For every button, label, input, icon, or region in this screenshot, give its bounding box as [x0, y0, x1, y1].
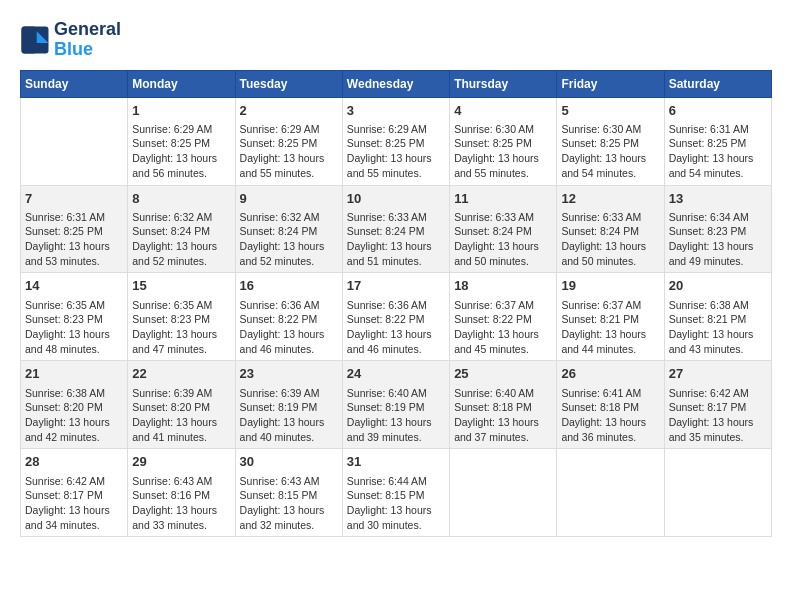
day-number: 31 — [347, 453, 445, 471]
col-header-monday: Monday — [128, 70, 235, 97]
day-info: Sunrise: 6:34 AMSunset: 8:23 PMDaylight:… — [669, 210, 767, 269]
calendar-cell: 31Sunrise: 6:44 AMSunset: 8:15 PMDayligh… — [342, 449, 449, 537]
day-info: Sunrise: 6:36 AMSunset: 8:22 PMDaylight:… — [347, 298, 445, 357]
calendar-cell: 12Sunrise: 6:33 AMSunset: 8:24 PMDayligh… — [557, 185, 664, 273]
calendar-cell: 5Sunrise: 6:30 AMSunset: 8:25 PMDaylight… — [557, 97, 664, 185]
day-info: Sunrise: 6:39 AMSunset: 8:20 PMDaylight:… — [132, 386, 230, 445]
logo: General Blue — [20, 20, 121, 60]
svg-rect-2 — [22, 26, 37, 53]
day-number: 30 — [240, 453, 338, 471]
calendar-cell: 13Sunrise: 6:34 AMSunset: 8:23 PMDayligh… — [664, 185, 771, 273]
day-number: 6 — [669, 102, 767, 120]
calendar-cell: 26Sunrise: 6:41 AMSunset: 8:18 PMDayligh… — [557, 361, 664, 449]
logo-name: General Blue — [54, 20, 121, 60]
calendar-cell — [21, 97, 128, 185]
day-number: 13 — [669, 190, 767, 208]
day-number: 27 — [669, 365, 767, 383]
day-info: Sunrise: 6:36 AMSunset: 8:22 PMDaylight:… — [240, 298, 338, 357]
calendar-cell: 11Sunrise: 6:33 AMSunset: 8:24 PMDayligh… — [450, 185, 557, 273]
calendar-cell: 18Sunrise: 6:37 AMSunset: 8:22 PMDayligh… — [450, 273, 557, 361]
day-info: Sunrise: 6:42 AMSunset: 8:17 PMDaylight:… — [669, 386, 767, 445]
calendar-header-row: SundayMondayTuesdayWednesdayThursdayFrid… — [21, 70, 772, 97]
day-info: Sunrise: 6:30 AMSunset: 8:25 PMDaylight:… — [561, 122, 659, 181]
calendar-body: 1Sunrise: 6:29 AMSunset: 8:25 PMDaylight… — [21, 97, 772, 537]
calendar-cell: 9Sunrise: 6:32 AMSunset: 8:24 PMDaylight… — [235, 185, 342, 273]
day-info: Sunrise: 6:29 AMSunset: 8:25 PMDaylight:… — [132, 122, 230, 181]
calendar-cell — [664, 449, 771, 537]
day-number: 28 — [25, 453, 123, 471]
calendar-cell: 2Sunrise: 6:29 AMSunset: 8:25 PMDaylight… — [235, 97, 342, 185]
week-row-4: 21Sunrise: 6:38 AMSunset: 8:20 PMDayligh… — [21, 361, 772, 449]
calendar-cell: 15Sunrise: 6:35 AMSunset: 8:23 PMDayligh… — [128, 273, 235, 361]
day-info: Sunrise: 6:29 AMSunset: 8:25 PMDaylight:… — [347, 122, 445, 181]
day-number: 1 — [132, 102, 230, 120]
col-header-friday: Friday — [557, 70, 664, 97]
day-info: Sunrise: 6:37 AMSunset: 8:21 PMDaylight:… — [561, 298, 659, 357]
day-info: Sunrise: 6:43 AMSunset: 8:16 PMDaylight:… — [132, 474, 230, 533]
day-number: 2 — [240, 102, 338, 120]
calendar-cell: 4Sunrise: 6:30 AMSunset: 8:25 PMDaylight… — [450, 97, 557, 185]
calendar-cell: 29Sunrise: 6:43 AMSunset: 8:16 PMDayligh… — [128, 449, 235, 537]
calendar-cell — [557, 449, 664, 537]
day-number: 15 — [132, 277, 230, 295]
day-info: Sunrise: 6:35 AMSunset: 8:23 PMDaylight:… — [25, 298, 123, 357]
day-number: 7 — [25, 190, 123, 208]
calendar-table: SundayMondayTuesdayWednesdayThursdayFrid… — [20, 70, 772, 538]
day-info: Sunrise: 6:42 AMSunset: 8:17 PMDaylight:… — [25, 474, 123, 533]
day-info: Sunrise: 6:32 AMSunset: 8:24 PMDaylight:… — [132, 210, 230, 269]
day-info: Sunrise: 6:38 AMSunset: 8:21 PMDaylight:… — [669, 298, 767, 357]
day-number: 12 — [561, 190, 659, 208]
day-number: 16 — [240, 277, 338, 295]
day-number: 24 — [347, 365, 445, 383]
day-number: 4 — [454, 102, 552, 120]
logo-icon — [20, 25, 50, 55]
day-info: Sunrise: 6:40 AMSunset: 8:18 PMDaylight:… — [454, 386, 552, 445]
day-number: 17 — [347, 277, 445, 295]
calendar-cell: 17Sunrise: 6:36 AMSunset: 8:22 PMDayligh… — [342, 273, 449, 361]
day-info: Sunrise: 6:35 AMSunset: 8:23 PMDaylight:… — [132, 298, 230, 357]
calendar-cell: 7Sunrise: 6:31 AMSunset: 8:25 PMDaylight… — [21, 185, 128, 273]
page-header: General Blue — [20, 20, 772, 60]
calendar-cell: 10Sunrise: 6:33 AMSunset: 8:24 PMDayligh… — [342, 185, 449, 273]
calendar-cell: 27Sunrise: 6:42 AMSunset: 8:17 PMDayligh… — [664, 361, 771, 449]
day-number: 18 — [454, 277, 552, 295]
calendar-cell: 20Sunrise: 6:38 AMSunset: 8:21 PMDayligh… — [664, 273, 771, 361]
day-info: Sunrise: 6:30 AMSunset: 8:25 PMDaylight:… — [454, 122, 552, 181]
day-info: Sunrise: 6:31 AMSunset: 8:25 PMDaylight:… — [25, 210, 123, 269]
calendar-cell: 28Sunrise: 6:42 AMSunset: 8:17 PMDayligh… — [21, 449, 128, 537]
day-number: 26 — [561, 365, 659, 383]
day-info: Sunrise: 6:40 AMSunset: 8:19 PMDaylight:… — [347, 386, 445, 445]
day-info: Sunrise: 6:41 AMSunset: 8:18 PMDaylight:… — [561, 386, 659, 445]
col-header-wednesday: Wednesday — [342, 70, 449, 97]
col-header-sunday: Sunday — [21, 70, 128, 97]
week-row-2: 7Sunrise: 6:31 AMSunset: 8:25 PMDaylight… — [21, 185, 772, 273]
day-info: Sunrise: 6:31 AMSunset: 8:25 PMDaylight:… — [669, 122, 767, 181]
week-row-1: 1Sunrise: 6:29 AMSunset: 8:25 PMDaylight… — [21, 97, 772, 185]
col-header-thursday: Thursday — [450, 70, 557, 97]
calendar-cell: 3Sunrise: 6:29 AMSunset: 8:25 PMDaylight… — [342, 97, 449, 185]
day-info: Sunrise: 6:33 AMSunset: 8:24 PMDaylight:… — [561, 210, 659, 269]
calendar-cell: 8Sunrise: 6:32 AMSunset: 8:24 PMDaylight… — [128, 185, 235, 273]
calendar-cell: 19Sunrise: 6:37 AMSunset: 8:21 PMDayligh… — [557, 273, 664, 361]
day-number: 22 — [132, 365, 230, 383]
calendar-cell — [450, 449, 557, 537]
calendar-cell: 21Sunrise: 6:38 AMSunset: 8:20 PMDayligh… — [21, 361, 128, 449]
day-info: Sunrise: 6:44 AMSunset: 8:15 PMDaylight:… — [347, 474, 445, 533]
day-number: 29 — [132, 453, 230, 471]
calendar-cell: 16Sunrise: 6:36 AMSunset: 8:22 PMDayligh… — [235, 273, 342, 361]
calendar-cell: 23Sunrise: 6:39 AMSunset: 8:19 PMDayligh… — [235, 361, 342, 449]
day-info: Sunrise: 6:33 AMSunset: 8:24 PMDaylight:… — [347, 210, 445, 269]
calendar-cell: 6Sunrise: 6:31 AMSunset: 8:25 PMDaylight… — [664, 97, 771, 185]
calendar-cell: 24Sunrise: 6:40 AMSunset: 8:19 PMDayligh… — [342, 361, 449, 449]
week-row-5: 28Sunrise: 6:42 AMSunset: 8:17 PMDayligh… — [21, 449, 772, 537]
day-number: 19 — [561, 277, 659, 295]
day-info: Sunrise: 6:43 AMSunset: 8:15 PMDaylight:… — [240, 474, 338, 533]
calendar-cell: 30Sunrise: 6:43 AMSunset: 8:15 PMDayligh… — [235, 449, 342, 537]
calendar-cell: 1Sunrise: 6:29 AMSunset: 8:25 PMDaylight… — [128, 97, 235, 185]
day-number: 11 — [454, 190, 552, 208]
day-info: Sunrise: 6:33 AMSunset: 8:24 PMDaylight:… — [454, 210, 552, 269]
day-info: Sunrise: 6:39 AMSunset: 8:19 PMDaylight:… — [240, 386, 338, 445]
day-number: 3 — [347, 102, 445, 120]
day-number: 25 — [454, 365, 552, 383]
day-number: 21 — [25, 365, 123, 383]
